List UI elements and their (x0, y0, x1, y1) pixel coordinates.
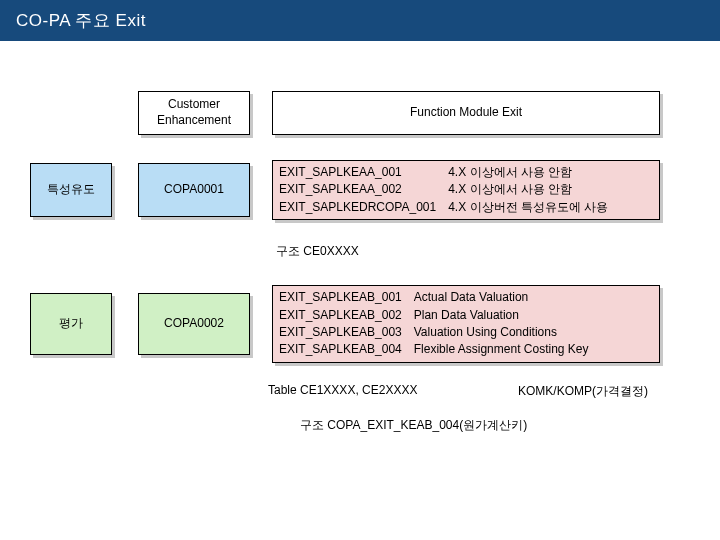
struct-note-ce0: 구조 CE0XXXX (276, 243, 359, 260)
fm-descs-row2: Actual Data Valuation Plan Data Valuatio… (414, 289, 653, 359)
category-box-characteristic-derivation: 특성유도 (30, 163, 112, 217)
function-module-box-row2: EXIT_SAPLKEAB_001 EXIT_SAPLKEAB_002 EXIT… (272, 285, 660, 363)
fm-desc: Plan Data Valuation (414, 307, 653, 324)
category-box-valuation: 평가 (30, 293, 112, 355)
fm-name: EXIT_SAPLKEAA_001 (279, 164, 436, 181)
fm-desc: Actual Data Valuation (414, 289, 653, 306)
table-note-right: KOMK/KOMP(가격결정) (518, 383, 648, 400)
fm-names-row1: EXIT_SAPLKEAA_001 EXIT_SAPLKEAA_002 EXIT… (279, 164, 436, 216)
fm-name: EXIT_SAPLKEDRCOPA_001 (279, 199, 436, 216)
function-module-box-row1: EXIT_SAPLKEAA_001 EXIT_SAPLKEAA_002 EXIT… (272, 160, 660, 220)
header-customer-enhancement: Customer Enhancement (138, 91, 250, 135)
fm-desc: 4.X 이상에서 사용 안함 (448, 181, 653, 198)
header-function-module-exit: Function Module Exit (272, 91, 660, 135)
fm-names-row2: EXIT_SAPLKEAB_001 EXIT_SAPLKEAB_002 EXIT… (279, 289, 402, 359)
fm-name: EXIT_SAPLKEAA_002 (279, 181, 436, 198)
fm-desc: 4.X 이상버전 특성유도에 사용 (448, 199, 653, 216)
fm-desc: Valuation Using Conditions (414, 324, 653, 341)
enhancement-box-copa0002: COPA0002 (138, 293, 250, 355)
fm-descs-row1: 4.X 이상에서 사용 안함 4.X 이상에서 사용 안함 4.X 이상버전 특… (448, 164, 653, 216)
fm-name: EXIT_SAPLKEAB_003 (279, 324, 402, 341)
title-text: CO-PA 주요 Exit (16, 11, 146, 30)
fm-name: EXIT_SAPLKEAB_001 (279, 289, 402, 306)
diagram-canvas: Customer Enhancement Function Module Exi… (0, 41, 720, 521)
fm-desc: 4.X 이상에서 사용 안함 (448, 164, 653, 181)
fm-name: EXIT_SAPLKEAB_002 (279, 307, 402, 324)
page-title: CO-PA 주요 Exit (0, 0, 720, 41)
struct-note-copa-exit: 구조 COPA_EXIT_KEAB_004(원가계산키) (300, 417, 527, 434)
enhancement-box-copa0001: COPA0001 (138, 163, 250, 217)
table-note-left: Table CE1XXXX, CE2XXXX (268, 383, 417, 397)
fm-desc: Flexible Assignment Costing Key (414, 341, 653, 358)
fm-name: EXIT_SAPLKEAB_004 (279, 341, 402, 358)
